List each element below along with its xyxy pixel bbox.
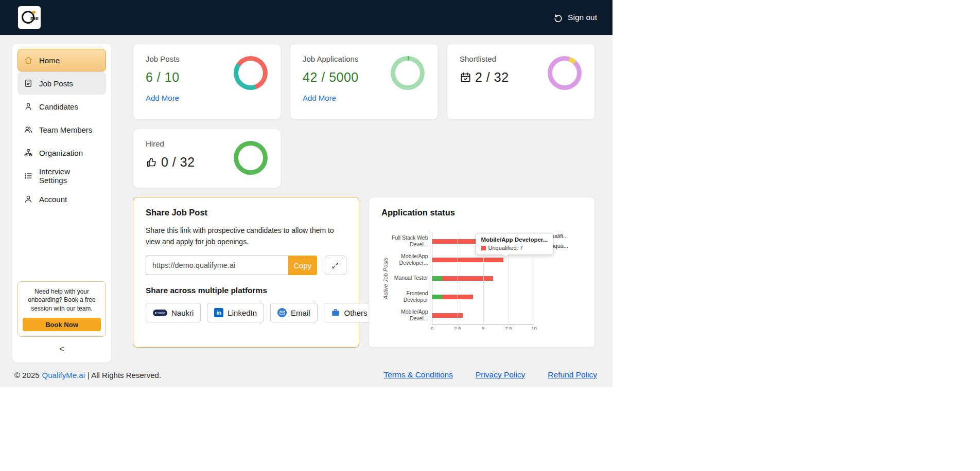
expand-icon [331, 262, 339, 269]
email-icon [277, 308, 287, 317]
sidebar-item-label: Organization [39, 149, 83, 157]
main-area: Home Job Posts Candidates Team Members O… [0, 35, 612, 363]
share-naukri-button[interactable]: naukri Naukri [146, 303, 201, 322]
privacy-policy-link[interactable]: Privacy Policy [476, 370, 525, 379]
sign-out-label: Sign out [568, 13, 597, 22]
document-icon [24, 79, 33, 88]
stat-value-text: 0 / 32 [161, 155, 195, 170]
qualifyme-logo[interactable]: me [18, 6, 41, 29]
onboarding-help-box: Need help with your onboarding? Book a f… [18, 281, 106, 337]
chart-category-label: Full Stack Web Devel... [390, 232, 432, 250]
platform-label: Others [344, 309, 367, 317]
refund-policy-link[interactable]: Refund Policy [548, 370, 597, 379]
copy-button[interactable]: Copy [288, 256, 317, 275]
sidebar-item-organization[interactable]: Organization [18, 141, 106, 164]
share-panel-title: Share Job Post [146, 208, 346, 218]
chart-tooltip: Mobile/App Developer... Unqualified: 7 [476, 233, 554, 255]
copyright-text: © 2025 QualifyMe.ai | All Rights Reserve… [14, 371, 161, 379]
platform-buttons: naukri Naukri in LinkedIn Email [146, 303, 346, 322]
application-status-title: Application status [381, 208, 582, 218]
bar-segment-unqualified[interactable] [432, 313, 463, 318]
sidebar-item-interview-settings[interactable]: Interview Settings [18, 165, 106, 187]
share-email-button[interactable]: Email [270, 303, 318, 322]
platform-label: Email [291, 309, 310, 317]
sidebar-item-candidates[interactable]: Candidates [18, 95, 106, 118]
sidebar-item-label: Job Posts [39, 79, 73, 88]
thumbs-up-icon [146, 156, 157, 168]
user-icon [24, 194, 33, 204]
chart-xtick-label: 7.5 [505, 325, 512, 330]
chart-category-label: Mobile/App Devel... [390, 306, 432, 324]
copyright-suffix: | All Rights Reserved. [87, 371, 161, 379]
sidebar-item-job-posts[interactable]: Job Posts [18, 72, 106, 95]
chart-xtick-label: 2.5 [454, 325, 461, 330]
bar-segment-unqualified[interactable] [442, 276, 493, 281]
job-posts-donut-chart [234, 56, 268, 90]
stat-card-shortlisted: Shortlisted 2 / 32 [447, 44, 595, 120]
share-others-button[interactable]: Others [324, 303, 375, 322]
sign-out-icon [553, 13, 563, 23]
bar-segment-qualified[interactable] [432, 276, 443, 281]
book-now-button[interactable]: Book Now [23, 318, 101, 331]
stat-card-job-posts: Job Posts 6 / 10 Add More [133, 44, 281, 120]
bar-segment-unqualified[interactable] [432, 258, 504, 262]
shortlisted-donut-chart [548, 56, 582, 90]
linkedin-icon: in [214, 308, 223, 317]
chart-category-label: Frontend Developer [390, 287, 432, 306]
naukri-icon: naukri [153, 310, 167, 316]
sidebar-item-label: Account [39, 195, 67, 204]
list-icon [24, 171, 33, 180]
logo-orange-dot [32, 11, 36, 14]
qualifyme-footer-link[interactable]: QualifyMe.ai [42, 371, 85, 379]
chart-category-labels: Full Stack Web Devel...Mobile/App Develo… [390, 232, 432, 324]
tooltip-row: Unqualified: 7 [481, 245, 548, 251]
share-linkedin-button[interactable]: in LinkedIn [207, 303, 264, 322]
footer-links: Terms & Conditions Privacy Policy Refund… [384, 370, 598, 379]
stat-card-hired: Hired 0 / 32 [133, 129, 281, 188]
sidebar-item-account[interactable]: Account [18, 188, 106, 210]
sidebar-item-home[interactable]: Home [18, 49, 106, 71]
tooltip-swatch [481, 246, 486, 250]
help-text: Need help with your onboarding? Book a f… [23, 287, 101, 313]
chart-xtick-label: 0 [431, 325, 433, 330]
home-icon [24, 56, 33, 65]
platforms-heading: Share across multiple platforms [146, 286, 346, 295]
stat-value-text: 2 / 32 [475, 70, 509, 85]
terms-link[interactable]: Terms & Conditions [384, 370, 453, 379]
bar-segment-qualified[interactable] [432, 295, 443, 299]
share-description: Share this link with prospective candida… [146, 225, 344, 247]
share-job-post-panel: Share Job Post Share this link with pros… [133, 197, 359, 348]
sidebar-item-label: Team Members [39, 125, 92, 134]
stat-value-text: 42 / 5000 [303, 70, 359, 85]
calendar-check-icon [460, 71, 471, 83]
chart-plot: Mobile/App Developer... Unqualified: 7 0… [432, 232, 534, 324]
person-icon [24, 102, 33, 111]
sidebar-collapse-button[interactable]: < [18, 340, 106, 358]
sidebar-item-label: Candidates [39, 102, 78, 111]
stat-value-text: 6 / 10 [146, 70, 180, 85]
briefcase-icon [331, 308, 340, 317]
share-url-input[interactable] [146, 256, 288, 275]
sidebar-item-label: Home [39, 56, 60, 65]
sign-out-button[interactable]: Sign out [553, 13, 597, 23]
chart-xtick-label: 5 [482, 325, 484, 330]
app-window: me Sign out Home Job Posts Candidates [0, 0, 612, 387]
platform-label: Naukri [171, 309, 194, 317]
sidebar-item-team-members[interactable]: Team Members [18, 118, 106, 141]
chart-xtick-label: 10 [531, 325, 537, 330]
chart-y-axis-title: Active Job Posts [381, 232, 390, 324]
tooltip-label: Unqualified: 7 [488, 245, 523, 251]
tooltip-title: Mobile/App Developer... [481, 237, 548, 243]
hired-donut-chart [234, 141, 268, 175]
bottom-panels: Share Job Post Share this link with pros… [133, 197, 603, 348]
chart-category-label: Mobile/App Developer... [390, 250, 432, 269]
add-more-link[interactable]: Add More [303, 94, 336, 102]
stat-card-job-applications: Job Applications 42 / 5000 Add More [290, 44, 438, 120]
expand-button[interactable] [325, 256, 346, 275]
org-chart-icon [24, 148, 33, 157]
sidebar: Home Job Posts Candidates Team Members O… [12, 44, 111, 363]
chart-category-label: Manual Tester [390, 269, 432, 287]
people-icon [24, 125, 33, 134]
footer: © 2025 QualifyMe.ai | All Rights Reserve… [0, 363, 612, 387]
add-more-link[interactable]: Add More [146, 94, 179, 102]
